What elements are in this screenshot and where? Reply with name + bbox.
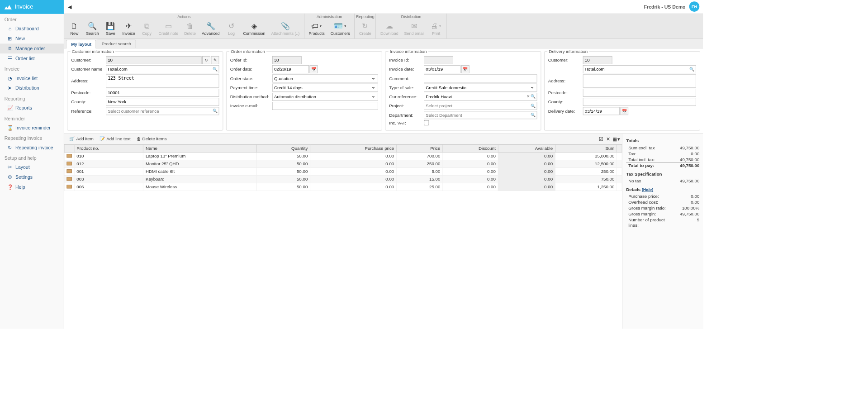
col-available[interactable]: Available — [498, 145, 555, 153]
col-name[interactable]: Name — [143, 145, 256, 153]
search-icon[interactable]: 🔍 — [531, 113, 536, 118]
sidebar-item-order-list[interactable]: ☰Order list — [0, 53, 64, 63]
customer-id-input[interactable] — [106, 56, 201, 64]
cell-discount[interactable]: 0.00 — [443, 176, 498, 183]
cell-product-no[interactable]: 010 — [74, 153, 143, 160]
cell-product-no[interactable]: 012 — [74, 160, 143, 168]
search-icon[interactable]: 🔍 — [213, 109, 218, 114]
invoice-button[interactable]: ✈Invoice — [119, 20, 138, 37]
cell-sum[interactable]: 1,250.00 — [555, 183, 617, 191]
sidebar-item-repeating-invoice[interactable]: ↻Repeating invoice — [0, 143, 64, 153]
cell-purchase[interactable]: 0.00 — [310, 176, 397, 183]
add-item-button[interactable]: 🛒Add item — [66, 135, 97, 143]
inc-vat-checkbox[interactable] — [424, 120, 429, 125]
order-id-input[interactable] — [272, 56, 302, 64]
table-row[interactable]: 010Laptop 13" Premium50.000.00700.000.00… — [64, 153, 622, 160]
products-button[interactable]: 🏷▼Products — [306, 20, 327, 37]
order-state-select[interactable]: Quotation — [272, 74, 378, 82]
payment-time-select[interactable]: Credit 14 days — [272, 84, 378, 92]
cell-available[interactable]: 0.00 — [498, 183, 555, 191]
search-icon[interactable]: 🔍 — [689, 67, 694, 72]
calendar-icon[interactable]: 📅 — [461, 65, 470, 73]
delivery-postcode-input[interactable] — [583, 89, 696, 97]
cell-price[interactable]: 700.00 — [397, 153, 443, 160]
distribution-select[interactable]: Automatic distribution — [272, 93, 378, 101]
sidebar-item-settings[interactable]: ⚙Settings — [0, 172, 64, 182]
delete-items-button[interactable]: 🗑Delete items — [133, 135, 170, 143]
sidebar-item-help[interactable]: ❓Help — [0, 182, 64, 192]
col-purchase[interactable]: Purchase price — [310, 145, 397, 153]
cell-product-no[interactable]: 003 — [74, 176, 143, 183]
table-row[interactable]: 012Monitor 25" QHD50.000.00250.000.000.0… — [64, 160, 622, 168]
delivery-customer-input[interactable] — [583, 56, 612, 64]
cell-price[interactable]: 25.00 — [397, 183, 443, 191]
sidebar-item-manage-order[interactable]: 🗎Manage order — [0, 43, 64, 53]
new-button[interactable]: 🗋New — [66, 20, 83, 37]
customers-button[interactable]: 🪪▼Customers — [327, 20, 353, 37]
clear-icon[interactable]: ✕ — [526, 94, 530, 99]
county-input[interactable] — [106, 98, 219, 106]
cell-available[interactable]: 0.00 — [498, 168, 555, 176]
search-icon[interactable]: 🔍 — [213, 67, 218, 72]
sidebar-item-reports[interactable]: 📈Reports — [0, 103, 64, 113]
col-sum[interactable]: Sum — [555, 145, 617, 153]
search-icon[interactable]: 🔍 — [531, 94, 536, 99]
cell-product-no[interactable]: 001 — [74, 168, 143, 176]
cell-name[interactable]: Keyboard — [143, 176, 256, 183]
tab-my-layout[interactable]: My layout — [66, 40, 96, 48]
cell-quantity[interactable]: 50.00 — [256, 176, 310, 183]
hide-link[interactable]: (Hide) — [642, 187, 653, 192]
cell-quantity[interactable]: 50.00 — [256, 160, 310, 168]
cell-price[interactable]: 250.00 — [397, 160, 443, 168]
user-avatar[interactable]: FH — [689, 1, 700, 12]
search-button[interactable]: 🔍Search — [83, 20, 102, 37]
cell-name[interactable]: Laptop 13" Premium — [143, 153, 256, 160]
cell-sum[interactable]: 35,000.00 — [555, 153, 617, 160]
sidebar-item-layout[interactable]: ✂Layout — [0, 162, 64, 172]
cell-name[interactable]: Monitor 25" QHD — [143, 160, 256, 168]
invoice-id-input[interactable] — [424, 56, 453, 64]
delivery-address-input[interactable] — [583, 74, 696, 87]
cell-quantity[interactable]: 50.00 — [256, 153, 310, 160]
sidebar-item-new[interactable]: ⊞New — [0, 34, 64, 44]
invoice-date-input[interactable] — [424, 65, 460, 73]
add-line-button[interactable]: 📝Add line text — [96, 135, 133, 143]
save-button[interactable]: 💾Save — [102, 20, 119, 37]
sidebar-item-distribution[interactable]: ➤Distribution — [0, 83, 64, 93]
table-row[interactable]: 003Keyboard50.000.0015.000.000.00750.00 — [64, 176, 622, 183]
cell-discount[interactable]: 0.00 — [443, 168, 498, 176]
check-icon[interactable]: ☑ — [599, 136, 604, 142]
tab-product-search[interactable]: Product search — [97, 39, 136, 48]
cell-name[interactable]: Mouse Wireless — [143, 183, 256, 191]
cell-available[interactable]: 0.00 — [498, 176, 555, 183]
collapse-toggle[interactable]: ◀ — [68, 4, 72, 10]
delivery-date-input[interactable] — [583, 107, 620, 115]
cell-sum[interactable]: 250.00 — [555, 168, 617, 176]
columns-icon[interactable]: ▦▾ — [612, 136, 620, 142]
customer-name-input[interactable] — [106, 65, 219, 73]
sidebar-item-dashboard[interactable]: ⌂Dashboard — [0, 24, 64, 34]
calendar-icon[interactable]: 📅 — [309, 65, 318, 73]
cell-price[interactable]: 5.00 — [397, 168, 443, 176]
cell-price[interactable]: 15.00 — [397, 176, 443, 183]
invoice-email-input[interactable] — [272, 102, 378, 110]
reference-input[interactable] — [106, 107, 219, 115]
search-icon[interactable]: 🔍 — [531, 103, 536, 108]
edit-icon[interactable]: ✎ — [211, 56, 219, 64]
col-quantity[interactable]: Quantity — [256, 145, 310, 153]
col-icon[interactable] — [64, 145, 74, 153]
cell-sum[interactable]: 12,500.00 — [555, 160, 617, 168]
sale-type-select[interactable]: Credit Sale domestic — [424, 84, 537, 92]
department-input[interactable] — [424, 111, 537, 119]
col-product-no[interactable]: Product no. — [74, 145, 143, 153]
cell-discount[interactable]: 0.00 — [443, 183, 498, 191]
cell-purchase[interactable]: 0.00 — [310, 183, 397, 191]
commission-button[interactable]: ◈Commission — [240, 20, 268, 37]
cell-purchase[interactable]: 0.00 — [310, 153, 397, 160]
table-row[interactable]: 001HDMI cable 6ft50.000.005.000.000.0025… — [64, 168, 622, 176]
close-icon[interactable]: ✕ — [606, 136, 611, 142]
col-price[interactable]: Price — [397, 145, 443, 153]
cell-name[interactable]: HDMI cable 6ft — [143, 168, 256, 176]
comment-input[interactable] — [424, 74, 537, 82]
cell-discount[interactable]: 0.00 — [443, 160, 498, 168]
